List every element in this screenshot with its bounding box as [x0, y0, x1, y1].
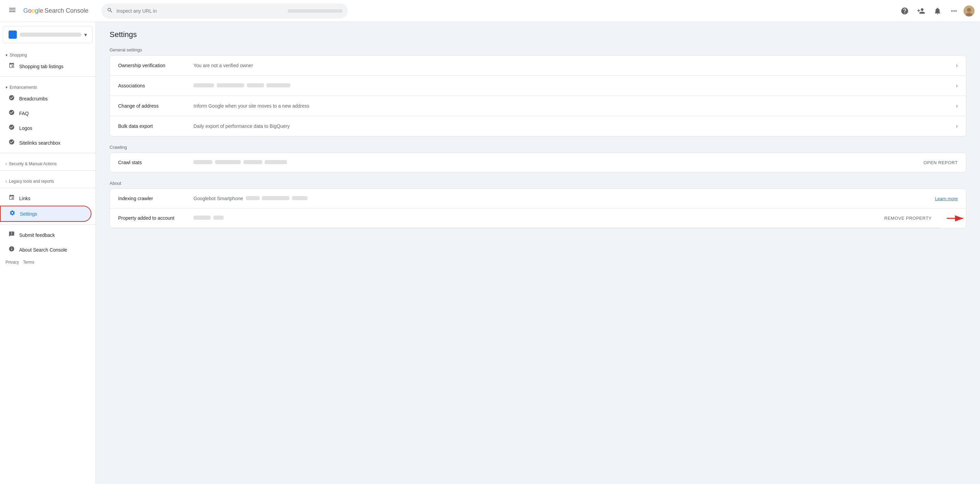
about-search-console-icon: [8, 246, 15, 254]
sidebar-section-legacy[interactable]: › Legacy tools and reports: [0, 173, 95, 185]
links-icon: [8, 194, 15, 202]
links-label: Links: [19, 196, 30, 201]
ownership-verification-chevron: ›: [956, 62, 958, 69]
sidebar-section-enhancements[interactable]: ▾ Enhancements: [0, 80, 95, 91]
sidebar-item-breadcrumbs[interactable]: Breadcrumbs: [0, 91, 91, 106]
header-left: Google Search Console: [5, 3, 101, 19]
sidebar-item-logos[interactable]: Logos: [0, 121, 91, 136]
crawl-redacted-2: [215, 160, 241, 164]
crawl-redacted-3: [243, 160, 262, 164]
search-bar[interactable]: [101, 3, 348, 19]
sidebar-item-about-search-console[interactable]: About Search Console: [0, 242, 91, 257]
general-settings-label: General settings: [110, 47, 966, 53]
app-header: Google Search Console: [0, 0, 980, 22]
remove-property-button[interactable]: REMOVE PROPERTY: [884, 216, 932, 221]
enhancements-chevron-icon: ▾: [5, 85, 8, 90]
change-of-address-value: Inform Google when your site moves to a …: [194, 103, 953, 109]
assoc-redacted-1: [194, 83, 214, 88]
hamburger-menu-icon[interactable]: [5, 3, 19, 19]
sidebar-item-submit-feedback[interactable]: Submit feedback: [0, 228, 91, 242]
shopping-tab-listings-icon: [8, 62, 15, 70]
privacy-link[interactable]: Privacy: [5, 260, 19, 265]
search-icon: [107, 7, 113, 15]
about-settings-card: Indexing crawler Googlebot Smartphone Le…: [110, 188, 966, 228]
submit-feedback-icon: [8, 231, 15, 239]
property-added-label: Property added to account: [118, 215, 194, 221]
crawl-stats-label: Crawl stats: [118, 160, 194, 165]
app-logo: Google Search Console: [23, 7, 88, 14]
logos-label: Logos: [19, 125, 32, 131]
main-content: Settings General settings Ownership veri…: [96, 22, 980, 484]
sitelinks-searchbox-label: Sitelinks searchbox: [19, 140, 60, 146]
change-of-address-row[interactable]: Change of address Inform Google when you…: [110, 96, 966, 116]
associations-value: [194, 83, 953, 88]
property-added-to-account-row[interactable]: Property added to account REMOVE PROPERT…: [110, 208, 940, 228]
sidebar-divider-4: [0, 188, 95, 188]
sidebar-divider-2: [0, 153, 95, 153]
sidebar-item-links[interactable]: Links: [0, 191, 91, 206]
shopping-tab-listings-label: Shopping tab listings: [19, 64, 64, 69]
apps-icon-button[interactable]: [947, 4, 961, 18]
bulk-data-export-label: Bulk data export: [118, 123, 194, 129]
settings-icon: [9, 210, 16, 218]
crawl-stats-value: [194, 160, 918, 165]
crawler-redacted-2: [262, 196, 290, 200]
property-added-value: [194, 215, 879, 221]
red-arrow-annotation: [945, 214, 966, 223]
crawler-redacted-3: [292, 196, 307, 200]
prop-redacted-2: [213, 216, 224, 220]
bulk-data-export-chevron: ›: [956, 123, 958, 129]
property-icon: [9, 30, 17, 39]
crawl-stats-row[interactable]: Crawl stats OPEN REPORT: [110, 153, 966, 172]
sidebar-item-settings[interactable]: Settings: [0, 206, 91, 222]
learn-more-link[interactable]: Learn more: [935, 196, 958, 201]
sidebar-footer: Privacy Terms: [0, 257, 95, 267]
faq-label: FAQ: [19, 111, 29, 116]
associations-label: Associations: [118, 83, 194, 88]
sidebar-item-sitelinks-searchbox[interactable]: Sitelinks searchbox: [0, 136, 91, 150]
open-report-button[interactable]: OPEN REPORT: [923, 160, 958, 165]
about-search-console-label: About Search Console: [19, 247, 67, 252]
crawler-redacted-1: [246, 196, 259, 200]
shopping-label: Shopping: [10, 53, 27, 58]
breadcrumbs-label: Breadcrumbs: [19, 96, 48, 101]
security-chevron-icon: ›: [5, 161, 7, 166]
ownership-verification-row[interactable]: Ownership verification You are not a ver…: [110, 56, 966, 76]
indexing-crawler-row[interactable]: Indexing crawler Googlebot Smartphone Le…: [110, 189, 966, 208]
property-selector[interactable]: ▾: [3, 26, 93, 43]
app-name-label: Search Console: [45, 7, 88, 14]
general-settings-card: Ownership verification You are not a ver…: [110, 55, 966, 136]
red-arrow-icon: [945, 214, 966, 223]
indexing-crawler-label: Indexing crawler: [118, 196, 194, 201]
user-add-icon-button[interactable]: [914, 4, 928, 18]
crawl-redacted-1: [194, 160, 212, 164]
settings-label: Settings: [20, 211, 37, 217]
bulk-data-export-row[interactable]: Bulk data export Daily export of perform…: [110, 116, 966, 136]
enhancements-label: Enhancements: [10, 85, 37, 90]
header-right: [898, 4, 975, 18]
sidebar-section-shopping[interactable]: ▾ Shopping: [0, 47, 95, 59]
sidebar-section-security[interactable]: › Security & Manual Actions: [0, 156, 95, 168]
sidebar-item-faq[interactable]: FAQ: [0, 106, 91, 121]
property-dropdown-icon: ▾: [84, 32, 87, 38]
property-name-label: [19, 33, 81, 37]
help-icon-button[interactable]: [898, 4, 912, 18]
associations-row[interactable]: Associations ›: [110, 76, 966, 96]
indexing-crawler-value: Googlebot Smartphone: [194, 196, 930, 201]
faq-icon: [8, 109, 15, 117]
security-label: Security & Manual Actions: [9, 161, 57, 166]
notifications-icon-button[interactable]: [931, 4, 944, 18]
property-added-row-wrapper: Property added to account REMOVE PROPERT…: [110, 208, 966, 228]
user-avatar[interactable]: [964, 5, 975, 16]
ownership-verification-value: You are not a verified owner: [194, 63, 953, 68]
search-input[interactable]: [116, 8, 284, 14]
sidebar-divider-1: [0, 77, 95, 77]
assoc-redacted-2: [217, 83, 244, 88]
sidebar-item-shopping-tab-listings[interactable]: Shopping tab listings: [0, 59, 91, 74]
app-body: ▾ ▾ Shopping Shopping tab listings ▾ Enh…: [0, 22, 980, 484]
sitelinks-searchbox-icon: [8, 139, 15, 147]
terms-link[interactable]: Terms: [23, 260, 34, 265]
crawl-redacted-4: [265, 160, 287, 164]
prop-redacted-1: [194, 216, 211, 220]
change-of-address-label: Change of address: [118, 103, 194, 109]
